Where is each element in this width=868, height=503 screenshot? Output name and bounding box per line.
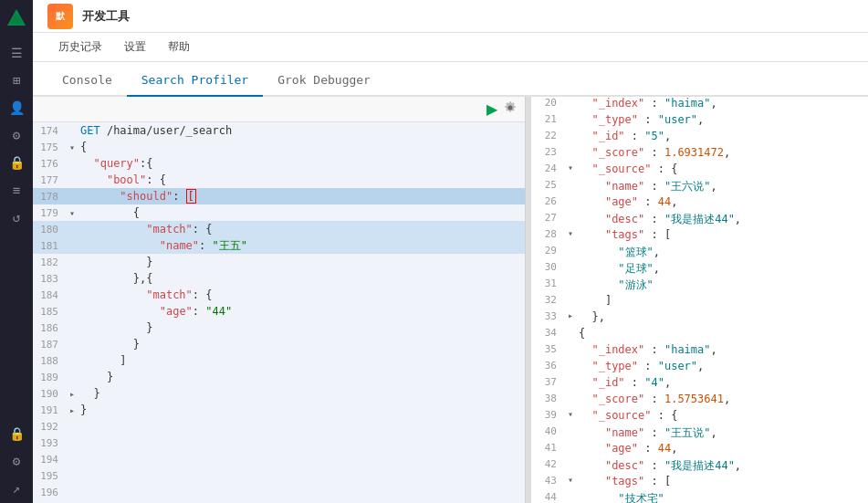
sidebar-icon-menu[interactable]: ☰: [4, 40, 29, 66]
output-line-40: 40 "name" : "王五说",: [531, 425, 868, 442]
code-line-185: 185 "age": "44": [33, 303, 525, 320]
code-line-186: 186 }: [33, 320, 525, 336]
output-line-38: 38 "_score" : 1.5753641,: [531, 393, 868, 409]
output-line-24: 24 ▾ "_source" : {: [531, 162, 868, 179]
code-line-189: 189 }: [33, 369, 525, 385]
output-line-21: 21 "_type" : "user",: [531, 113, 868, 130]
output-line-31: 31 "游泳": [531, 278, 868, 294]
code-line-192: 192: [33, 418, 525, 435]
output-line-32: 32 ]: [531, 294, 868, 310]
sidebar-icon-refresh[interactable]: ↺: [4, 204, 29, 230]
menubar: 历史记录 设置 帮助: [33, 33, 868, 62]
editor-area: ▶ 174 GET /haima/user/_search 175: [33, 97, 868, 503]
tab-console[interactable]: Console: [47, 64, 127, 97]
code-line-194: 194: [33, 451, 525, 467]
menu-history[interactable]: 历史记录: [47, 33, 113, 62]
code-line-180: 180 "match": {: [33, 221, 525, 237]
output-line-30: 30 "足球",: [531, 261, 868, 278]
code-line-179: 179 ▾ {: [33, 204, 525, 221]
output-line-25: 25 "name" : "王六说",: [531, 179, 868, 195]
topbar-title: 开发工具: [82, 8, 130, 25]
code-editor[interactable]: 174 GET /haima/user/_search 175 ▾ { 176 …: [33, 122, 525, 503]
code-line-184: 184 "match": {: [33, 287, 525, 303]
output-line-35: 35 "_index" : "haima",: [531, 343, 868, 360]
code-line-191: 191 ▸ }: [33, 402, 525, 418]
code-line-177: 177 "bool": {: [33, 172, 525, 188]
code-line-174: 174 GET /haima/user/_search: [33, 122, 525, 139]
code-line-175: 175 ▾ {: [33, 139, 525, 155]
code-line-196: 196: [33, 484, 525, 500]
output-line-44: 44 "技术宅": [531, 491, 868, 503]
tabbar: Console Search Profiler Grok Debugger: [33, 62, 868, 97]
sidebar-icon-grid[interactable]: ⊞: [4, 68, 29, 93]
menu-help[interactable]: 帮助: [157, 33, 201, 62]
editor-pane: ▶ 174 GET /haima/user/_search 175: [33, 97, 526, 503]
output-line-20: 20 "_index" : "haima",: [531, 97, 868, 113]
code-line-178: 178 "should": [: [33, 188, 525, 204]
output-content[interactable]: 20 "_index" : "haima", 21 "_type" : "use…: [531, 97, 868, 503]
output-line-33: 33 ▸ },: [531, 310, 868, 327]
output-line-39: 39 ▾ "_source" : {: [531, 409, 868, 425]
menu-settings[interactable]: 设置: [113, 33, 157, 62]
tab-search-profiler[interactable]: Search Profiler: [127, 64, 263, 97]
editor-settings-button[interactable]: [503, 100, 518, 118]
tab-grok-debugger[interactable]: Grok Debugger: [263, 64, 385, 97]
sidebar-icon-arrow[interactable]: ↗: [4, 476, 29, 501]
sidebar-icon-list[interactable]: ≡: [4, 177, 29, 203]
output-line-22: 22 "_id" : "5",: [531, 130, 868, 146]
output-line-36: 36 "_type" : "user",: [531, 360, 868, 376]
output-line-23: 23 "_score" : 1.6931472,: [531, 146, 868, 162]
run-button[interactable]: ▶: [486, 100, 497, 118]
code-line-187: 187 }: [33, 336, 525, 352]
topbar-logo: 默: [47, 4, 73, 29]
output-pane: 20 "_index" : "haima", 21 "_type" : "use…: [531, 97, 868, 503]
code-line-182: 182 }: [33, 254, 525, 270]
topbar: 默 开发工具: [33, 0, 868, 33]
output-line-43: 43 ▾ "tags" : [: [531, 475, 868, 491]
sidebar-icon-settings[interactable]: ⚙: [4, 448, 29, 474]
sidebar-logo: [2, 4, 31, 33]
output-line-27: 27 "desc" : "我是描述44",: [531, 212, 868, 228]
editor-toolbar: ▶: [33, 97, 525, 122]
sidebar-icon-lock[interactable]: 🔒: [4, 150, 29, 175]
sidebar-icon-gear[interactable]: ⚙: [4, 122, 29, 148]
code-line-195: 195: [33, 467, 525, 484]
output-line-42: 42 "desc" : "我是描述44",: [531, 458, 868, 475]
code-line-190: 190 ▸ }: [33, 385, 525, 402]
code-line-181: 181 "name": "王五": [33, 237, 525, 254]
output-line-37: 37 "_id" : "4",: [531, 376, 868, 393]
output-line-29: 29 "篮球",: [531, 245, 868, 261]
output-line-34: 34 {: [531, 327, 868, 343]
code-line-193: 193: [33, 435, 525, 451]
sidebar: ☰ ⊞ 👤 ⚙ 🔒 ≡ ↺ 🔒 ⚙ ↗: [0, 0, 33, 503]
sidebar-icon-lock2[interactable]: 🔒: [4, 421, 29, 446]
main-content: 默 开发工具 历史记录 设置 帮助 Console Search Profile…: [33, 0, 868, 503]
code-line-188: 188 ]: [33, 352, 525, 369]
code-line-176: 176 "query":{: [33, 155, 525, 172]
output-line-26: 26 "age" : 44,: [531, 195, 868, 212]
output-line-28: 28 ▾ "tags" : [: [531, 228, 868, 245]
code-line-183: 183 },{: [33, 270, 525, 287]
sidebar-icon-user[interactable]: 👤: [4, 95, 29, 121]
output-line-41: 41 "age" : 44,: [531, 442, 868, 458]
